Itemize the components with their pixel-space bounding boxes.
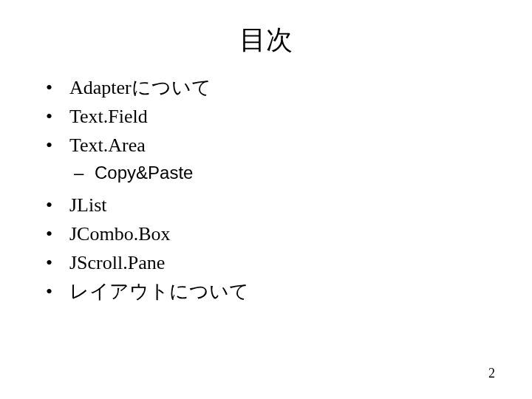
- list-item: Text.Area: [37, 131, 495, 160]
- list-item: レイアウトについて: [37, 277, 495, 306]
- list-item: JCombo.Box: [37, 219, 495, 248]
- page-number: 2: [488, 366, 495, 381]
- slide-title: 目次: [37, 22, 495, 58]
- toc-list: Adapterについて Text.Field Text.Area Copy&Pa…: [37, 73, 495, 306]
- list-item: Text.Field: [37, 102, 495, 131]
- sub-list-item: Copy&Paste: [37, 160, 495, 186]
- list-item: Adapterについて: [37, 73, 495, 102]
- list-item: JScroll.Pane: [37, 248, 495, 277]
- list-item: JList: [37, 191, 495, 219]
